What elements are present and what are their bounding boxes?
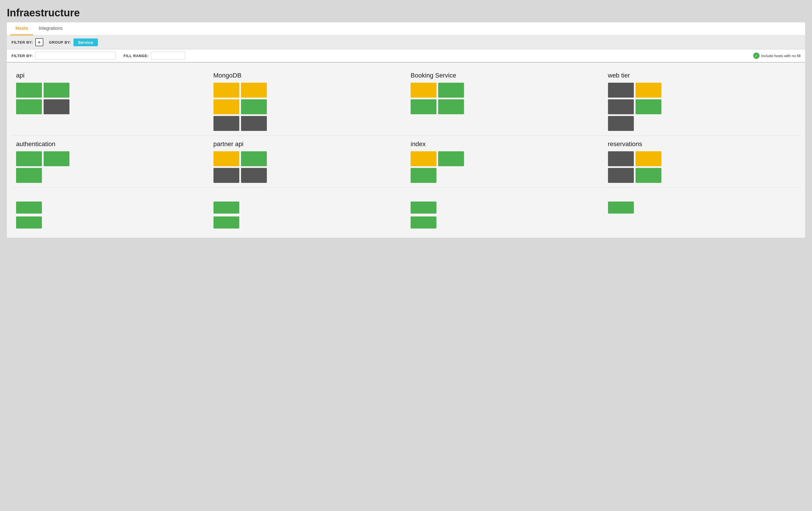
host-block[interactable]	[44, 151, 69, 166]
group-cell-web-tier: web tier	[603, 67, 801, 136]
small-host-block[interactable]	[213, 201, 239, 214]
host-block[interactable]	[213, 99, 239, 114]
host-block[interactable]	[241, 116, 267, 131]
group-cell-partner-api: partner api	[209, 136, 406, 188]
fill-range-label: FILL RANGE:	[124, 54, 149, 58]
small-host-block[interactable]	[411, 201, 436, 214]
group-cell-index: index	[406, 136, 603, 188]
bottom-cell-0	[11, 197, 209, 233]
host-block[interactable]	[411, 99, 436, 114]
group-name: index	[411, 140, 599, 148]
toolbar: FILTER BY: + GROUP BY: Service	[7, 35, 805, 49]
small-host-block[interactable]	[608, 201, 634, 214]
group-name: reservations	[608, 140, 796, 148]
add-filter-button[interactable]: +	[35, 38, 43, 46]
group-name: Booking Service	[411, 72, 599, 79]
main-panel: Hosts Integrations FILTER BY: + GROUP BY…	[7, 22, 805, 238]
group-cell-authentication: authentication	[11, 136, 209, 188]
group-name: partner api	[213, 140, 402, 148]
filter-bar: FILTER BY: FILL RANGE: ✓ Include hosts w…	[7, 49, 805, 63]
host-block[interactable]	[608, 116, 634, 131]
host-block[interactable]	[608, 168, 634, 183]
tab-integrations[interactable]: Integrations	[33, 22, 68, 35]
bottom-cell-2	[406, 197, 603, 233]
host-block[interactable]	[44, 99, 69, 114]
host-block[interactable]	[44, 83, 69, 97]
group-cell-reservations: reservations	[603, 136, 801, 188]
host-block[interactable]	[16, 151, 42, 166]
include-hosts-label: Include hosts with no fill	[761, 54, 801, 58]
host-block[interactable]	[608, 151, 634, 166]
host-block[interactable]	[213, 151, 239, 166]
group-cell-Booking-Service: Booking Service	[406, 67, 603, 136]
host-block[interactable]	[636, 99, 661, 114]
host-block[interactable]	[241, 83, 267, 97]
group-name: authentication	[16, 140, 204, 148]
group-cell-MongoDB: MongoDB	[209, 67, 406, 136]
group-by-label: GROUP BY:	[49, 40, 71, 45]
host-block[interactable]	[411, 83, 436, 97]
small-host-block[interactable]	[411, 217, 436, 228]
host-block[interactable]	[241, 168, 267, 183]
group-name: api	[16, 72, 204, 79]
host-block[interactable]	[213, 116, 239, 131]
host-block[interactable]	[241, 99, 267, 114]
host-block[interactable]	[213, 83, 239, 97]
host-block[interactable]	[241, 151, 267, 166]
host-block[interactable]	[608, 83, 634, 97]
filter-by-label: FILTER BY:	[11, 40, 33, 45]
host-block[interactable]	[438, 83, 464, 97]
small-host-block[interactable]	[16, 217, 42, 228]
host-block[interactable]	[16, 99, 42, 114]
host-block[interactable]	[213, 168, 239, 183]
check-icon: ✓	[753, 53, 759, 59]
host-block[interactable]	[636, 83, 661, 97]
group-name: web tier	[608, 72, 796, 79]
host-block[interactable]	[438, 99, 464, 114]
small-host-block[interactable]	[16, 201, 42, 214]
host-block[interactable]	[438, 151, 464, 166]
filter-input[interactable]	[35, 52, 116, 60]
group-name: MongoDB	[213, 72, 402, 79]
host-block[interactable]	[636, 168, 661, 183]
host-block[interactable]	[608, 99, 634, 114]
page-title: Infraestructure	[7, 7, 805, 19]
host-block[interactable]	[636, 151, 661, 166]
filter-bar-label: FILTER BY:	[11, 54, 33, 58]
fill-range-input[interactable]	[151, 52, 185, 60]
group-cell-api: api	[11, 67, 209, 136]
small-host-block[interactable]	[213, 217, 239, 228]
tabs-bar: Hosts Integrations	[7, 22, 805, 35]
include-hosts-option[interactable]: ✓ Include hosts with no fill	[753, 53, 801, 59]
host-block[interactable]	[411, 168, 436, 183]
host-block[interactable]	[16, 83, 42, 97]
bottom-cell-1	[209, 197, 406, 233]
bottom-cell-3	[603, 197, 801, 233]
host-block[interactable]	[411, 151, 436, 166]
tab-hosts[interactable]: Hosts	[10, 22, 33, 35]
group-by-service-tag[interactable]: Service	[74, 38, 98, 46]
host-groups-grid: apiMongoDBBooking Serviceweb tierauthent…	[7, 63, 805, 192]
bottom-groups-section	[7, 192, 805, 238]
host-block[interactable]	[16, 168, 42, 183]
